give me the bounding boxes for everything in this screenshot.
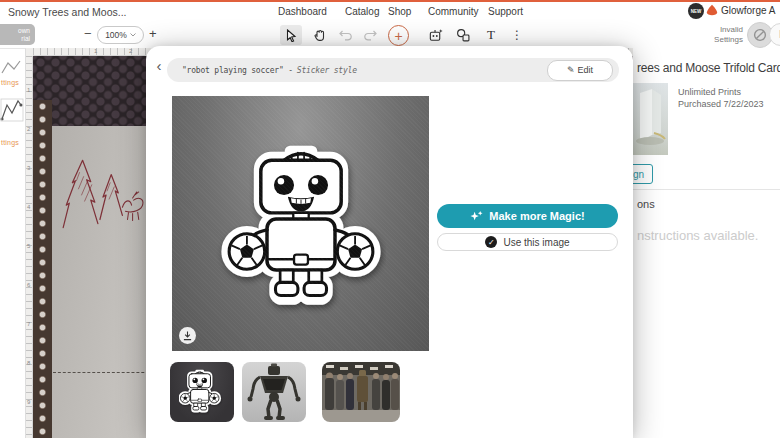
material-line1: own (0, 27, 30, 35)
magic-results-modal: ‹ "robot playing soccer" - Sticker style… (146, 46, 633, 438)
glowforge-app-window: Snowy Trees and Moos... Dashboard Catalo… (0, 0, 780, 438)
ruler-corner (26, 48, 33, 56)
no-entry-icon (753, 28, 767, 42)
undo-icon (339, 29, 353, 41)
select-tool-button[interactable] (280, 25, 302, 45)
v-ruler-number: 1 (27, 87, 30, 93)
shapes-tool-button[interactable] (452, 25, 474, 45)
v-ruler-number: 3 (27, 165, 30, 171)
print-status-text: Invalid Settings (695, 25, 743, 45)
brand-label: Glowforge A (721, 5, 775, 16)
new-feature-badge[interactable]: NEW (688, 3, 704, 19)
instructions-heading: ons (637, 198, 655, 210)
mini-robot-art (179, 368, 225, 417)
v-ruler-number: 5 (27, 243, 30, 249)
download-icon (183, 331, 192, 341)
more-tools-button[interactable]: ⋮ (506, 25, 528, 45)
pan-tool-button[interactable] (308, 25, 330, 45)
material-button[interactable]: own rial (0, 24, 35, 45)
edit-icon: ✎ (567, 65, 575, 75)
design-title: rees and Moose Trifold Card (637, 61, 780, 75)
brand-account[interactable]: Glowforge A (706, 4, 775, 16)
chevron-down-icon (130, 33, 136, 37)
h-ruler-number: 1 (94, 48, 97, 54)
v-ruler-number: 8 (27, 360, 30, 366)
v-ruler-number: 4 (27, 204, 30, 210)
nav-dashboard[interactable]: Dashboard (278, 6, 327, 17)
download-button[interactable] (179, 327, 196, 344)
prompt-text: "robot playing soccer" - (182, 66, 293, 75)
purchase-date: Purchased 7/22/2023 (678, 99, 764, 109)
result-thumbnail-photo[interactable] (322, 362, 400, 422)
zoom-in-button[interactable]: + (149, 26, 157, 41)
check-icon: ✓ (485, 236, 497, 248)
step2-settings-label[interactable]: ttings (1, 139, 19, 146)
design-thumbnail[interactable] (628, 83, 668, 155)
zoom-out-button[interactable]: − (84, 26, 92, 41)
result-thumbnail-sticker[interactable] (170, 362, 234, 422)
robot-sticker-art (216, 136, 386, 316)
style-text: Sticker style (297, 66, 357, 75)
group-photo-art (322, 362, 400, 422)
nav-shop[interactable]: Shop (388, 6, 411, 17)
use-this-image-label: Use this image (503, 237, 569, 248)
h-ruler-number: 2 (129, 48, 132, 54)
print-button[interactable]: Pr (769, 23, 780, 46)
shapes-icon (456, 28, 471, 42)
trees-moose-artwork[interactable] (57, 146, 149, 243)
v-ruler-number: 6 (27, 282, 30, 288)
top-navigation-bar: Snowy Trees and Moos... Dashboard Catalo… (0, 2, 780, 22)
score-line (53, 372, 159, 373)
step2-thumbnail[interactable] (0, 93, 24, 127)
cursor-icon (285, 29, 297, 42)
text-tool-button[interactable]: T (480, 25, 502, 45)
zoom-level-value: 100% (105, 30, 127, 40)
sparkles-icon (470, 210, 483, 223)
redo-icon (363, 29, 377, 41)
magic-tool-button[interactable] (424, 25, 446, 45)
design-details-panel: rees and Moose Trifold Card Unlimited Pr… (633, 48, 780, 438)
nav-community[interactable]: Community (428, 6, 479, 17)
v-ruler-number: 2 (27, 126, 30, 132)
edit-label: Edit (578, 65, 594, 75)
material-line2: rial (0, 35, 30, 43)
add-artwork-button[interactable]: + (388, 25, 409, 46)
zoom-level-dropdown[interactable]: 100% (97, 26, 144, 44)
open-design-label: gn (633, 169, 644, 180)
no-instructions-message: nstructions available. (637, 228, 758, 243)
back-button[interactable]: ‹ (151, 57, 167, 77)
status-line2: Settings (695, 35, 743, 45)
make-more-magic-label: Make more Magic! (489, 210, 584, 222)
undo-button[interactable] (335, 25, 357, 45)
result-thumbnail-robot[interactable] (242, 362, 306, 422)
step1-settings-label[interactable]: ttings (1, 79, 19, 86)
license-text: Unlimited Prints (678, 87, 741, 97)
nav-catalog[interactable]: Catalog (345, 6, 379, 17)
prompt-pill: "robot playing soccer" - Sticker style ✎… (167, 58, 619, 82)
hand-icon (313, 29, 326, 42)
tall-robot-art (242, 362, 306, 422)
v-ruler-number: 9 (27, 399, 30, 405)
edit-prompt-button[interactable]: ✎ Edit (547, 60, 613, 81)
steps-sidebar: ttings ttings (0, 48, 26, 438)
glowforge-logo-icon (706, 4, 718, 16)
magic-canvas-icon (428, 28, 443, 43)
v-ruler-number: 7 (27, 321, 30, 327)
editor-toolbar: own rial − 100% + (0, 22, 780, 49)
bed-tray-edge (33, 100, 52, 438)
use-this-image-button[interactable]: ✓ Use this image (437, 233, 618, 251)
document-title: Snowy Trees and Moos... (8, 6, 126, 18)
redo-button[interactable] (359, 25, 381, 45)
status-line1: Invalid (695, 25, 743, 35)
nav-support[interactable]: Support (488, 6, 523, 17)
make-more-magic-button[interactable]: Make more Magic! (437, 204, 618, 228)
step1-thumbnail[interactable] (0, 57, 24, 77)
vertical-ruler: 1 2 3 4 5 6 7 8 9 (26, 56, 33, 438)
generated-image[interactable] (172, 96, 429, 351)
panel-divider (633, 189, 780, 190)
